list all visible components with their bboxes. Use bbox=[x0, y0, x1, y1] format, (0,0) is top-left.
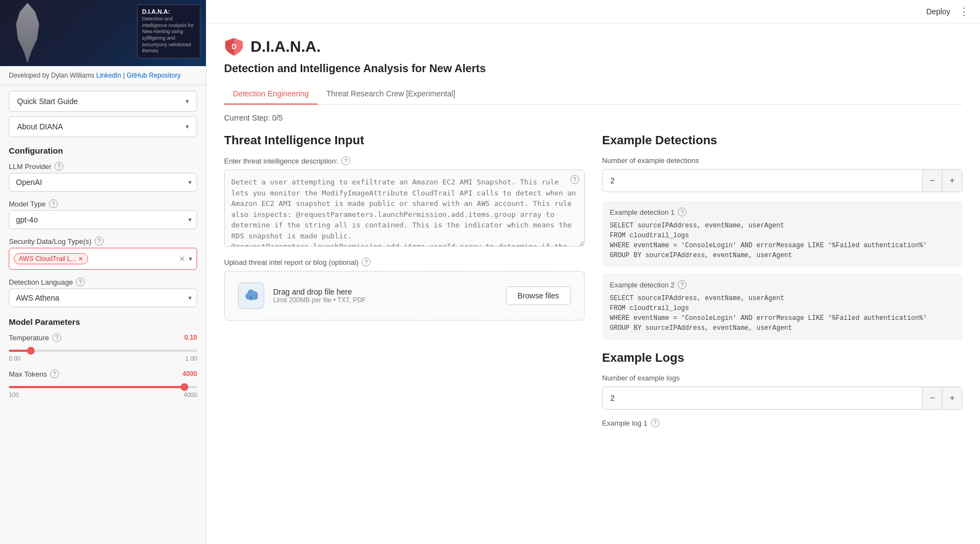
example-detection-1-code: SELECT sourceIPAddress, eventName, userA… bbox=[610, 221, 955, 260]
security-data-tag-input[interactable]: AWS CloudTrail L... ✕ ✕ ▾ bbox=[9, 248, 197, 270]
sidebar-hero: D.I.A.N.A: Detection and Intelligence An… bbox=[0, 0, 206, 66]
example-detection-2-code: SELECT sourceIPAddress, eventName, userA… bbox=[610, 293, 955, 333]
temperature-value: 0.10 bbox=[184, 334, 197, 341]
max-tokens-label: Max Tokens bbox=[9, 370, 47, 378]
num-logs-increment[interactable]: + bbox=[942, 387, 962, 409]
tokens-min: 100 bbox=[9, 391, 19, 398]
num-detections-label: Number of example detections bbox=[602, 156, 963, 165]
llm-provider-select[interactable]: OpenAI Anthropic Google Local bbox=[9, 173, 197, 192]
svg-text:D: D bbox=[232, 43, 237, 51]
upload-dropzone[interactable]: Drag and drop file here Limit 200MB per … bbox=[224, 271, 585, 320]
app-header: D D.I.A.N.A. bbox=[224, 37, 962, 57]
num-detections-label-text: Number of example detections bbox=[602, 156, 699, 165]
threat-field-label: Enter threat intelligence description: bbox=[224, 157, 338, 165]
llm-provider-select-wrap: OpenAI Anthropic Google Local bbox=[9, 173, 197, 192]
model-type-help-icon[interactable]: ? bbox=[49, 199, 58, 208]
max-tokens-slider-wrap: 100 4000 bbox=[9, 380, 197, 398]
app-icon: D bbox=[224, 37, 244, 57]
upload-help-icon[interactable]: ? bbox=[362, 258, 371, 266]
detection-language-help-icon[interactable]: ? bbox=[76, 278, 85, 286]
security-data-label-text: Security Data/Log Type(s) bbox=[9, 237, 91, 246]
deploy-button[interactable]: Deploy bbox=[926, 7, 950, 16]
model-params-title: Model Parameters bbox=[9, 317, 197, 327]
security-data-help-icon[interactable]: ? bbox=[95, 237, 104, 246]
two-col-layout: Threat Intelligence Input Enter threat i… bbox=[224, 133, 962, 432]
example-detection-2-help-icon[interactable]: ? bbox=[678, 280, 687, 289]
example-detection-1-help-icon[interactable]: ? bbox=[678, 208, 687, 216]
temperature-param: Temperature ? 0.10 0.00 1.00 bbox=[9, 333, 197, 362]
model-type-select[interactable]: gpt-4o gpt-4 gpt-3.5-turbo bbox=[9, 210, 197, 229]
num-detections-input: 2 − + bbox=[602, 169, 963, 192]
max-tokens-value: 4000 bbox=[182, 370, 197, 378]
configuration-section: Configuration LLM Provider ? OpenAI Anth… bbox=[0, 137, 206, 315]
example-log1-title-text: Example log 1 bbox=[602, 419, 647, 427]
max-tokens-help-icon[interactable]: ? bbox=[50, 369, 59, 378]
threat-intelligence-textarea[interactable] bbox=[224, 170, 585, 247]
hero-card: D.I.A.N.A: Detection and Intelligence An… bbox=[137, 4, 200, 58]
temp-max: 1.00 bbox=[186, 355, 197, 362]
detection-language-select[interactable]: AWS Athena Splunk SPL KQL Sigma bbox=[9, 289, 197, 307]
temperature-label: Temperature bbox=[9, 334, 49, 342]
threat-field-desc: Enter threat intelligence description: ? bbox=[224, 156, 585, 165]
upload-cloud-icon bbox=[238, 282, 264, 309]
tag-actions: ✕ ▾ bbox=[179, 254, 192, 263]
detection-language-label-text: Detection Language bbox=[9, 278, 73, 286]
tag-remove-icon[interactable]: ✕ bbox=[78, 255, 83, 263]
hero-card-title: D.I.A.N.A: bbox=[142, 8, 195, 15]
example-logs-section: Example Logs Number of example logs 2 − … bbox=[602, 351, 963, 427]
model-type-label-text: Model Type bbox=[9, 200, 46, 208]
right-column: Example Detections Number of example det… bbox=[602, 133, 963, 432]
threat-input-column: Threat Intelligence Input Enter threat i… bbox=[224, 133, 585, 432]
model-type-label: Model Type ? bbox=[9, 199, 197, 208]
app-title: D.I.A.N.A. bbox=[251, 38, 321, 56]
upload-section: Upload threat intel report or blog (opti… bbox=[224, 258, 585, 320]
max-tokens-slider[interactable] bbox=[9, 386, 197, 388]
tag-dropdown-chevron-icon[interactable]: ▾ bbox=[189, 255, 192, 263]
example-detections-title: Example Detections bbox=[602, 133, 963, 148]
main-tabs: Detection Engineering Threat Research Cr… bbox=[224, 84, 962, 105]
linkedin-link[interactable]: LinkedIn bbox=[96, 72, 121, 79]
tokens-max: 4000 bbox=[184, 391, 197, 398]
example-logs-title: Example Logs bbox=[602, 351, 963, 365]
about-diana-chevron-icon: ▾ bbox=[186, 123, 189, 130]
num-logs-value: 2 bbox=[603, 388, 923, 408]
about-diana-dropdown[interactable]: About DIANA ▾ bbox=[9, 116, 197, 137]
menu-dots-icon[interactable]: ⋮ bbox=[959, 6, 969, 18]
detection-language-label: Detection Language ? bbox=[9, 278, 197, 286]
num-logs-label-text: Number of example logs bbox=[602, 374, 680, 382]
llm-provider-help-icon[interactable]: ? bbox=[55, 162, 63, 171]
llm-provider-label: LLM Provider ? bbox=[9, 162, 197, 171]
example-log1-label: Example log 1 ? bbox=[602, 418, 963, 427]
example-log1-help-icon[interactable]: ? bbox=[651, 418, 660, 427]
app-subtitle: Detection and Intelligence Analysis for … bbox=[224, 62, 962, 75]
sidebar: D.I.A.N.A: Detection and Intelligence An… bbox=[0, 0, 206, 544]
tab-threat-research[interactable]: Threat Research Crew [Experimental] bbox=[318, 84, 464, 105]
num-detections-increment[interactable]: + bbox=[942, 170, 962, 192]
github-link[interactable]: GitHub Repository bbox=[127, 72, 181, 79]
num-logs-decrement[interactable]: − bbox=[922, 387, 942, 409]
upload-label-text: Upload threat intel report or blog (opti… bbox=[224, 258, 358, 266]
aws-cloudtrail-tag: AWS CloudTrail L... ✕ bbox=[14, 253, 88, 264]
temperature-slider-wrap: 0.00 1.00 bbox=[9, 344, 197, 362]
example-detection-1-title: Example detection 1 bbox=[610, 208, 675, 216]
tag-clear-icon[interactable]: ✕ bbox=[179, 254, 186, 263]
browse-files-button[interactable]: Browse files bbox=[506, 286, 570, 305]
threat-textarea-wrap: ? bbox=[224, 170, 585, 249]
tab-detection-engineering[interactable]: Detection Engineering bbox=[224, 84, 318, 105]
upload-label: Upload threat intel report or blog (opti… bbox=[224, 258, 585, 266]
hero-card-desc: Detection and Intelligence Analysis for … bbox=[142, 16, 195, 55]
temperature-help-icon[interactable]: ? bbox=[52, 333, 61, 342]
about-diana-label: About DIANA bbox=[17, 122, 63, 131]
current-step: Current Step: 0/5 bbox=[224, 113, 962, 122]
model-parameters-section: Model Parameters Temperature ? 0.10 0.00… bbox=[0, 317, 206, 406]
num-logs-input: 2 − + bbox=[602, 387, 963, 410]
threat-field-help-icon[interactable]: ? bbox=[341, 156, 350, 165]
temperature-slider[interactable] bbox=[9, 350, 197, 352]
upload-main-text: Drag and drop file here bbox=[273, 287, 497, 296]
example-detection-2-title: Example detection 2 bbox=[610, 281, 675, 289]
sidebar-credit: Developed by Dylan Williams LinkedIn | G… bbox=[0, 66, 206, 85]
textarea-help-icon[interactable]: ? bbox=[570, 175, 579, 184]
num-detections-decrement[interactable]: − bbox=[922, 170, 942, 192]
quick-start-dropdown[interactable]: Quick Start Guide ▾ bbox=[9, 91, 197, 112]
model-type-select-wrap: gpt-4o gpt-4 gpt-3.5-turbo bbox=[9, 210, 197, 229]
